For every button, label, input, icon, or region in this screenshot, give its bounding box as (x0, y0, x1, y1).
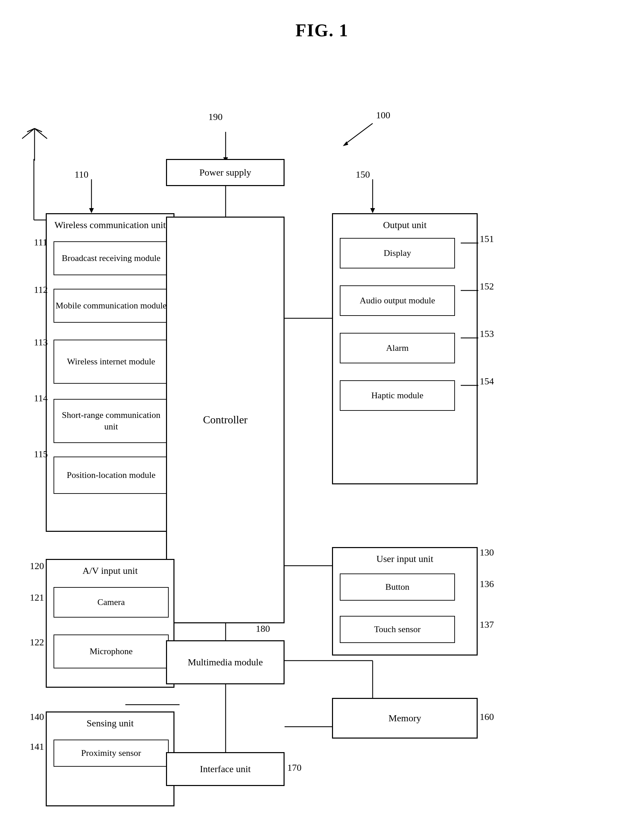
interface-box: Interface unit (166, 752, 285, 786)
haptic-box: Haptic module (340, 380, 455, 411)
ref-111: 111 (34, 237, 48, 248)
memory-box: Memory (332, 698, 478, 738)
camera-box: Camera (54, 587, 169, 618)
mobile-comm-module-box: Mobile communication module (54, 289, 169, 323)
ref-170: 170 (287, 762, 302, 773)
user-input-box: User input unit Button Touch sensor (332, 547, 478, 655)
ref-141: 141 (30, 741, 44, 752)
ref-130: 130 (480, 547, 494, 558)
output-unit-box: Output unit Display Audio output module … (332, 213, 478, 484)
antenna-icon (22, 122, 48, 162)
ref-180: 180 (256, 623, 270, 634)
broadcast-module-box: Broadcast receiving module (54, 241, 169, 275)
svg-line-15 (345, 124, 373, 144)
ref-150: 150 (356, 169, 370, 180)
ref-152: 152 (480, 281, 494, 292)
sensing-unit-box: Sensing unit Proximity sensor (46, 711, 174, 806)
ref-120: 120 (30, 561, 44, 572)
display-box: Display (340, 238, 455, 269)
page-title: FIG. 1 (0, 0, 644, 54)
ref-153: 153 (480, 328, 494, 339)
short-range-box: Short-range communication unit (54, 399, 169, 443)
ref-154: 154 (480, 376, 494, 387)
svg-marker-16 (343, 141, 348, 146)
alarm-box: Alarm (340, 333, 455, 363)
svg-line-24 (22, 128, 35, 139)
proximity-sensor-box: Proximity sensor (54, 740, 169, 767)
button-box: Button (340, 573, 455, 601)
controller-box: Controller (166, 216, 285, 623)
multimedia-box: Multimedia module (166, 640, 285, 684)
ref-160: 160 (480, 711, 494, 722)
ref-110: 110 (74, 169, 88, 180)
svg-marker-20 (370, 208, 375, 213)
ref-151: 151 (480, 233, 494, 244)
ref-190: 190 (208, 111, 223, 122)
audio-output-box: Audio output module (340, 286, 455, 316)
position-location-box: Position-location module (54, 457, 169, 494)
av-input-box: A/V input unit Camera Microphone (46, 559, 174, 688)
wireless-comm-box: Wireless communication unit Broadcast re… (46, 213, 174, 532)
ref-140: 140 (30, 711, 44, 722)
ref-112: 112 (34, 284, 48, 295)
wireless-internet-module-box: Wireless internet module (54, 340, 169, 384)
microphone-box: Microphone (54, 635, 169, 668)
ref-136: 136 (480, 579, 494, 589)
ref-122: 122 (30, 637, 44, 648)
ref-114: 114 (34, 393, 48, 404)
svg-marker-18 (89, 208, 94, 213)
ref-121: 121 (30, 592, 44, 603)
power-supply-box: Power supply (166, 159, 285, 186)
ref-100: 100 (376, 110, 390, 121)
svg-line-25 (35, 128, 47, 139)
ref-137: 137 (480, 619, 494, 630)
touch-sensor-box: Touch sensor (340, 616, 455, 643)
ref-113: 113 (34, 337, 48, 348)
ref-115: 115 (34, 449, 48, 460)
